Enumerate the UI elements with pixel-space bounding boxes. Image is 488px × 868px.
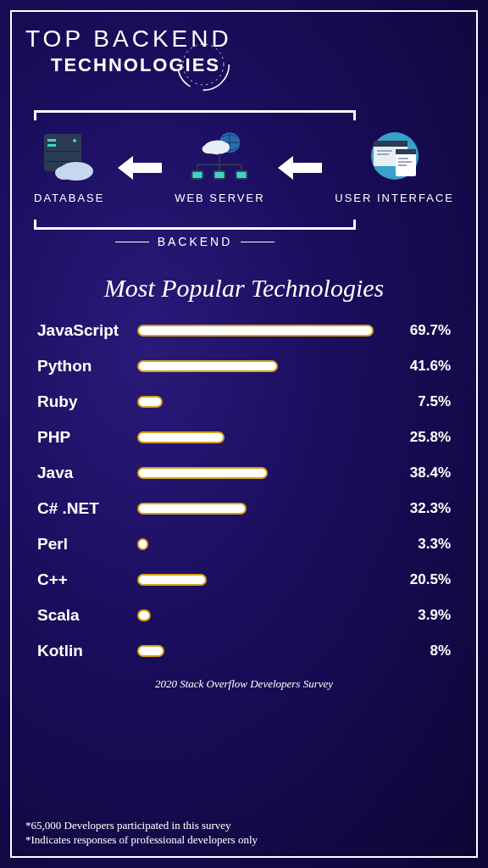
svg-rect-28 [398, 158, 408, 159]
title-line-1: TOP BACKEND [25, 25, 488, 53]
diagram-row: DATABASE [34, 131, 454, 204]
ui-node: USER INTERFACE [335, 131, 454, 204]
bar-track [137, 360, 374, 372]
svg-point-12 [202, 144, 217, 153]
webserver-label: WEB SERVER [175, 192, 264, 204]
ui-label: USER INTERFACE [335, 192, 454, 204]
footnotes: *65,000 Developers participated in this … [25, 818, 258, 848]
svg-point-9 [55, 166, 74, 180]
database-label: DATABASE [34, 192, 104, 204]
bracket-bottom [34, 220, 356, 230]
bar-track [137, 574, 374, 586]
bar-track [137, 431, 374, 443]
svg-rect-24 [377, 150, 392, 152]
bar-fill [137, 396, 163, 408]
svg-rect-27 [396, 149, 416, 154]
svg-rect-23 [374, 141, 408, 147]
bar-fill [137, 360, 278, 372]
bar-track [137, 396, 374, 408]
database-node: DATABASE [34, 131, 104, 204]
bar-track [137, 325, 374, 337]
svg-rect-18 [192, 171, 203, 179]
svg-rect-6 [46, 151, 80, 152]
svg-rect-30 [398, 164, 407, 166]
database-icon [36, 131, 103, 183]
bar-fill [137, 645, 164, 657]
svg-point-5 [73, 139, 76, 142]
svg-rect-4 [47, 144, 56, 147]
bar-fill [137, 574, 207, 586]
architecture-diagram: DATABASE [0, 110, 488, 248]
bar-track [137, 503, 374, 515]
svg-rect-3 [47, 139, 56, 142]
svg-rect-25 [377, 153, 389, 155]
arrow-left-icon [118, 156, 162, 180]
bar-fill [137, 467, 268, 479]
title-line-2: TECHNOLOGIES [51, 54, 220, 76]
bracket-top [34, 110, 356, 120]
header: TOP BACKEND TECHNOLOGIES [0, 0, 488, 76]
bar-fill [137, 538, 148, 550]
bar-fill [137, 503, 247, 515]
bar-track [137, 538, 374, 550]
bar-fill [137, 325, 374, 337]
arrow-left-icon [278, 156, 322, 180]
bar-fill [137, 431, 225, 443]
footnote-1: *65,000 Developers participated in this … [25, 818, 258, 833]
bar-track [137, 609, 374, 621]
bar-fill [137, 609, 151, 621]
svg-rect-19 [214, 171, 225, 179]
webserver-icon [186, 131, 253, 183]
footnote-2: *Indicates responses of professional dev… [25, 832, 258, 848]
backend-group-label: BACKEND [34, 235, 356, 248]
bar-track [137, 467, 374, 479]
webserver-node: WEB SERVER [175, 131, 264, 204]
svg-rect-7 [46, 161, 80, 162]
bar-track [137, 645, 374, 657]
title-line-2-wrap: TECHNOLOGIES [51, 54, 220, 76]
svg-rect-29 [398, 161, 412, 163]
ui-icon [361, 131, 429, 183]
svg-rect-20 [236, 171, 247, 179]
